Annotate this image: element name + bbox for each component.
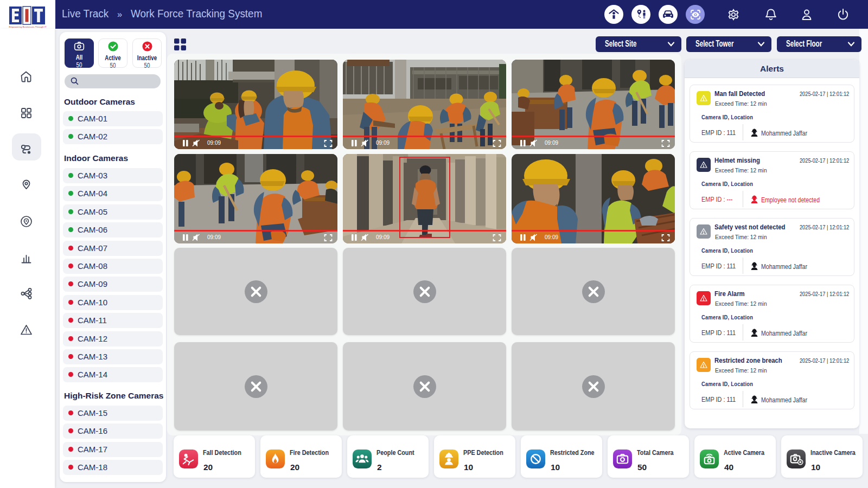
svg-text:Empowering Businesses Through: Empowering Businesses Through IT [9, 25, 47, 28]
